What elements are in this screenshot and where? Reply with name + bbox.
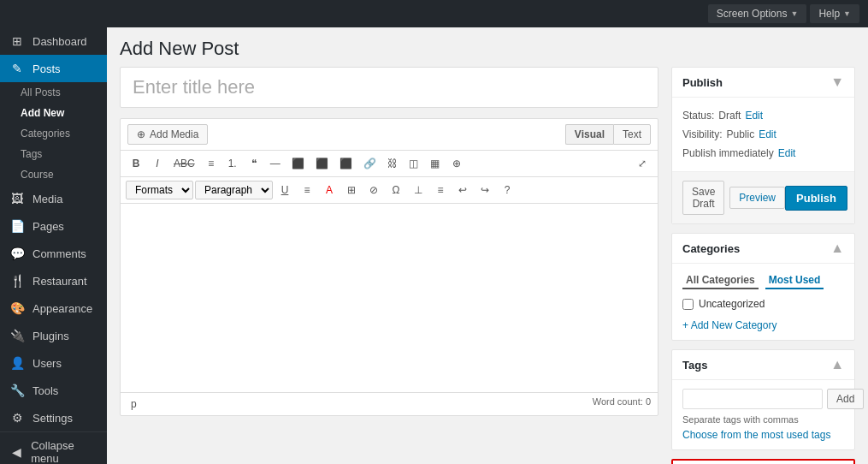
sidebar-item-users[interactable]: 👤 Users <box>0 349 107 377</box>
sidebar-item-course[interactable]: Course <box>12 164 107 185</box>
paragraph-select[interactable]: Paragraph <box>195 181 273 199</box>
format-insert[interactable]: ◫ <box>404 154 424 173</box>
publish-time-edit-link[interactable]: Edit <box>778 147 796 159</box>
visibility-value: Public <box>726 128 754 140</box>
format-italic[interactable]: I <box>147 154 168 173</box>
screen-options-caret-icon: ▼ <box>790 9 798 18</box>
add-media-button[interactable]: ⊕ Add Media <box>127 124 208 145</box>
tags-box-body: Add Separate tags with commas Choose fro… <box>672 380 854 449</box>
sidebar-item-all-posts[interactable]: All Posts <box>12 82 107 103</box>
publish-box-header[interactable]: Publish ▼ <box>672 68 854 98</box>
format-strikethrough[interactable]: ABC <box>168 154 200 173</box>
sidebar-item-categories[interactable]: Categories <box>12 123 107 144</box>
courses-box: Courses ▲ All Courses Most Used + Add Ne… <box>671 459 855 464</box>
publish-time-row: Publish immediately Edit <box>682 144 844 163</box>
sidebar-item-settings[interactable]: ⚙ Settings <box>0 404 107 431</box>
editor-box: ⊕ Add Media Visual Text B I ABC ≡ 1. <box>120 118 658 416</box>
settings-icon: ⚙ <box>9 411 26 425</box>
format-link[interactable]: 🔗 <box>358 154 381 173</box>
sidebar-item-collapse[interactable]: ◀ Collapse menu <box>0 431 107 464</box>
format-redo[interactable]: ↪ <box>475 181 495 199</box>
right-sidebar: Publish ▼ Status: Draft Edit Visibility:… <box>671 67 855 464</box>
format-help[interactable]: ? <box>497 181 517 199</box>
categories-box-header[interactable]: Categories ▲ <box>672 234 854 264</box>
format-add[interactable]: ⊕ <box>446 154 467 173</box>
sidebar-item-media[interactable]: 🖼 Media <box>0 185 107 212</box>
sidebar-item-add-new[interactable]: Add New <box>12 103 107 123</box>
sidebar-item-dashboard[interactable]: ⊞ Dashboard <box>0 27 107 55</box>
tab-visual[interactable]: Visual <box>565 124 613 145</box>
format-paste[interactable]: ⊞ <box>341 181 362 199</box>
format-undo[interactable]: ↩ <box>452 181 473 199</box>
sidebar-item-posts[interactable]: ✎ Posts <box>0 55 107 82</box>
pages-icon: 📄 <box>9 219 26 233</box>
tags-box: Tags ▲ Add Separate tags with commas Cho… <box>671 349 855 450</box>
publish-box-body: Status: Draft Edit Visibility: Public Ed… <box>672 98 854 171</box>
posts-icon: ✎ <box>9 62 26 75</box>
content-area: ⊕ Add Media Visual Text B I ABC ≡ 1. <box>107 67 868 464</box>
screen-options-button[interactable]: Screen Options ▼ <box>708 4 807 23</box>
add-tag-button[interactable]: Add <box>827 389 864 409</box>
sidebar-item-pages[interactable]: 📄 Pages <box>0 212 107 240</box>
post-title-input[interactable] <box>120 67 658 108</box>
save-draft-button[interactable]: Save Draft <box>682 181 724 215</box>
sidebar-item-plugins[interactable]: 🔌 Plugins <box>0 322 107 349</box>
courses-box-header[interactable]: Courses ▲ <box>673 461 853 464</box>
posts-submenu: All Posts Add New Categories Tags Course <box>0 82 107 185</box>
format-more[interactable]: ▦ <box>425 154 446 173</box>
tab-text[interactable]: Text <box>613 124 651 145</box>
format-clear[interactable]: ⊘ <box>363 181 384 199</box>
format-outdent[interactable]: ≡ <box>430 181 451 199</box>
publish-button[interactable]: Publish <box>785 186 847 211</box>
format-fullscreen[interactable]: ⤢ <box>632 154 652 173</box>
publish-status-row: Status: Draft Edit <box>682 106 844 125</box>
format-align-left[interactable]: ⬛ <box>286 154 310 173</box>
format-special-char[interactable]: Ω <box>386 181 406 199</box>
format-align-center[interactable]: ⬛ <box>310 154 334 173</box>
help-caret-icon: ▼ <box>843 9 851 18</box>
sidebar-item-tags[interactable]: Tags <box>12 144 107 164</box>
format-unordered-list[interactable]: ≡ <box>201 154 221 173</box>
format-underline[interactable]: U <box>275 181 295 199</box>
visual-text-tabs: Visual Text <box>565 124 651 145</box>
choose-tags-link[interactable]: Choose from the most used tags <box>682 429 830 441</box>
format-blockquote[interactable]: ❝ <box>244 154 264 173</box>
publish-toggle-icon: ▼ <box>830 74 844 90</box>
format-bold[interactable]: B <box>126 154 146 173</box>
sidebar-item-appearance[interactable]: 🎨 Appearance <box>0 294 107 322</box>
collapse-icon: ◀ <box>9 445 24 459</box>
preview-button[interactable]: Preview <box>729 187 785 209</box>
tab-all-categories[interactable]: All Categories <box>682 272 759 289</box>
cat-checkbox-uncategorized[interactable] <box>682 299 694 310</box>
format-indent[interactable]: ⊥ <box>408 181 428 199</box>
format-justify[interactable]: ≡ <box>297 181 317 199</box>
add-category-link[interactable]: + Add New Category <box>682 319 776 331</box>
tab-most-used-categories[interactable]: Most Used <box>765 272 824 289</box>
page-title: Add New Post <box>120 38 239 60</box>
format-unlink[interactable]: ⛓ <box>382 154 403 173</box>
status-value: Draft <box>718 110 741 122</box>
sidebar-item-comments[interactable]: 💬 Comments <box>0 240 107 267</box>
main-content: Add New Post ⊕ Add Media Visual Text <box>107 27 868 464</box>
appearance-icon: 🎨 <box>9 301 26 315</box>
tags-input[interactable] <box>682 389 823 409</box>
tools-icon: 🔧 <box>9 384 26 397</box>
status-edit-link[interactable]: Edit <box>745 110 763 122</box>
format-color[interactable]: A <box>319 181 340 199</box>
users-icon: 👤 <box>9 356 26 370</box>
format-align-right[interactable]: ⬛ <box>334 154 357 173</box>
editor-body[interactable] <box>121 204 658 392</box>
format-select[interactable]: Formats <box>126 181 193 199</box>
visibility-edit-link[interactable]: Edit <box>759 128 776 140</box>
format-hr[interactable]: — <box>265 154 286 173</box>
help-button[interactable]: Help ▼ <box>810 4 859 23</box>
sidebar-item-tools[interactable]: 🔧 Tools <box>0 377 107 404</box>
dashboard-icon: ⊞ <box>9 34 26 48</box>
tags-hint: Separate tags with commas <box>682 414 844 425</box>
cat-label-uncategorized: Uncategorized <box>699 298 765 310</box>
sidebar: ⊞ Dashboard ✎ Posts All Posts Add New Ca… <box>0 27 107 464</box>
restaurant-icon: 🍴 <box>9 274 26 288</box>
sidebar-item-restaurant[interactable]: 🍴 Restaurant <box>0 267 107 294</box>
format-ordered-list[interactable]: 1. <box>222 154 243 173</box>
tags-box-header[interactable]: Tags ▲ <box>672 350 854 380</box>
